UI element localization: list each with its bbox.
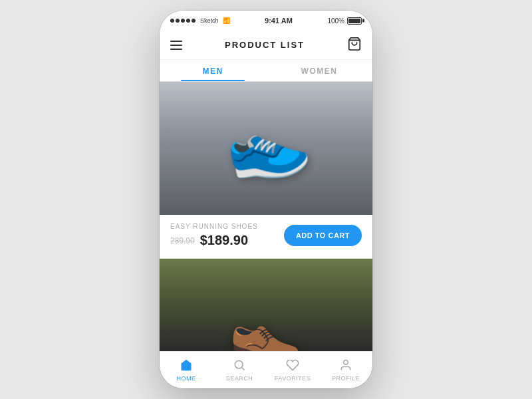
tab-women[interactable]: WOMEN: [266, 60, 372, 81]
heart-icon: [286, 358, 299, 374]
cart-icon: [347, 37, 362, 51]
cart-button[interactable]: [347, 37, 362, 54]
hamburger-line: [170, 45, 182, 46]
product-info-1: EASY RUNNING SHOES 289.90 $189.90 ADD TO…: [160, 215, 372, 257]
status-signal: Sketch 📶: [170, 17, 230, 24]
price-row-1: 289.90 $189.90: [170, 233, 284, 248]
status-bar: Sketch 📶 9:41 AM 100%: [160, 11, 372, 31]
product-list: EASY RUNNING SHOES 289.90 $189.90 ADD TO…: [160, 82, 372, 351]
nav-home-label: HOME: [177, 375, 196, 382]
nav-favorites[interactable]: FAVORITES: [266, 354, 319, 386]
hamburger-line: [170, 41, 182, 42]
svg-point-1: [235, 360, 243, 368]
add-to-cart-button-1[interactable]: ADD TO CART: [284, 225, 362, 246]
product-image-2: [160, 259, 372, 351]
product-card-2: CLASSIC DRESS SHOES 349.90 $249.90 ADD T…: [160, 259, 372, 351]
product-details-1: EASY RUNNING SHOES 289.90 $189.90: [170, 223, 284, 248]
phone-frame: Sketch 📶 9:41 AM 100% PRODUCT LIST: [160, 11, 372, 388]
price-current-1: $189.90: [200, 233, 248, 248]
tab-men[interactable]: MEN: [160, 60, 266, 81]
product-name-1: EASY RUNNING SHOES: [170, 223, 284, 230]
battery-fill: [348, 19, 360, 23]
svg-line-2: [242, 368, 245, 370]
home-icon: [180, 358, 193, 374]
product-card: EASY RUNNING SHOES 289.90 $189.90 ADD TO…: [160, 82, 372, 257]
person-icon: [339, 358, 352, 374]
nav-search-label: SEARCH: [226, 375, 253, 382]
battery-percent: 100%: [327, 17, 344, 25]
nav-profile-label: PROFILE: [332, 375, 360, 382]
nav-profile[interactable]: PROFILE: [319, 354, 372, 386]
nav-home[interactable]: HOME: [160, 354, 213, 386]
signal-dot: [186, 19, 190, 23]
app-header: PRODUCT LIST: [160, 31, 372, 60]
bottom-nav: HOME SEARCH FAVORITES: [160, 351, 372, 388]
battery-icon: [347, 17, 362, 25]
signal-dot: [181, 19, 185, 23]
carrier-label: Sketch: [200, 17, 219, 24]
signal-dot: [192, 19, 196, 23]
signal-dot: [176, 19, 180, 23]
status-time: 9:41 AM: [265, 17, 293, 25]
price-original-1: 289.90: [170, 236, 195, 245]
status-battery-area: 100%: [327, 17, 362, 25]
signal-dot: [170, 19, 174, 23]
search-icon: [233, 358, 246, 374]
svg-point-3: [344, 360, 348, 365]
hamburger-line: [170, 49, 182, 50]
nav-search[interactable]: SEARCH: [213, 354, 266, 386]
menu-button[interactable]: [170, 41, 182, 50]
page-title: PRODUCT LIST: [225, 40, 305, 50]
product-image-1: [160, 82, 372, 215]
wifi-icon: 📶: [223, 17, 230, 24]
category-tabs: MEN WOMEN: [160, 60, 372, 82]
nav-favorites-label: FAVORITES: [275, 375, 311, 382]
